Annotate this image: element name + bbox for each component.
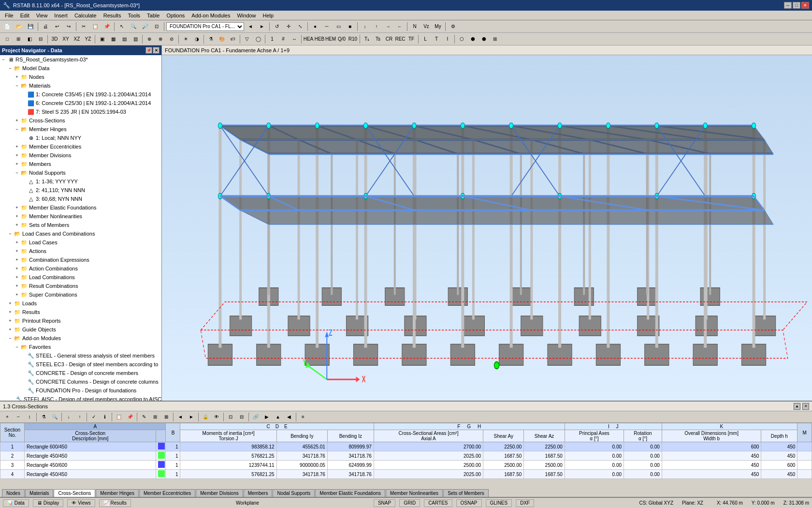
tree-item-loads[interactable]: +📁Loads: [0, 299, 161, 308]
tree-item-hinges[interactable]: −📂Member Hinges: [0, 125, 161, 134]
status-tab-results[interactable]: 📈 Results: [99, 499, 131, 507]
tb2-xz[interactable]: XZ: [72, 34, 82, 45]
tb2-view3[interactable]: ◧: [24, 34, 35, 45]
tb-scale[interactable]: ⤡: [295, 21, 305, 32]
tree-item-actioncomb[interactable]: +📁Action Combinations: [0, 264, 161, 273]
tree-toggle-combexpr[interactable]: +: [14, 256, 20, 263]
tb2-hinge[interactable]: ◯: [253, 34, 263, 45]
tb2-tf[interactable]: TF: [406, 34, 417, 45]
bottom-tab-sets-of-members[interactable]: Sets of Members: [443, 489, 489, 497]
tb2-more8[interactable]: ⬣: [478, 34, 489, 45]
bottom-tab-members[interactable]: Members: [244, 489, 273, 497]
tb-results3[interactable]: My: [433, 21, 443, 32]
bt-search[interactable]: 🔍: [49, 412, 60, 422]
tb-results1[interactable]: N: [409, 21, 420, 32]
table-row[interactable]: 1 Rectangle 600/450 1 983858.12 455625.0…: [0, 442, 812, 451]
tree-item-actions[interactable]: +📁Actions: [0, 247, 161, 255]
tree-item-supercomb[interactable]: +📁Super Combinations: [0, 290, 161, 299]
tb2-i[interactable]: I: [442, 34, 453, 45]
bt-prev-row[interactable]: ◄: [175, 412, 186, 422]
status-glines[interactable]: GLINES: [486, 499, 512, 507]
bottom-tab-member-nonlinearities[interactable]: Member Nonlinearities: [386, 489, 443, 497]
tb-new[interactable]: 📄: [2, 21, 13, 32]
tree-toggle-members[interactable]: +: [14, 161, 20, 167]
status-tab-views[interactable]: 👁 Views: [67, 499, 95, 507]
tb-results2[interactable]: Vz: [421, 21, 432, 32]
tb-redo[interactable]: ↪: [63, 21, 74, 32]
tree-item-model[interactable]: −📂Model Data: [0, 64, 161, 73]
tree-item-results[interactable]: +📁Results: [0, 308, 161, 316]
tree-item-addon[interactable]: −📂Add-on Modules: [0, 334, 161, 343]
tb2-more4[interactable]: Q/0: [336, 34, 347, 45]
table-row[interactable]: 4 Rectangle 450/450 1 576821.25 341718.7…: [0, 470, 812, 479]
tree-item-fav4[interactable]: 🔧CONCRETE Columns - Design of concrete c…: [0, 377, 161, 386]
tb-open[interactable]: 📂: [14, 21, 24, 32]
tb2-render1[interactable]: ▣: [97, 34, 107, 45]
bt-filter[interactable]: ⚗: [38, 412, 49, 422]
bottom-tab-member-hinges[interactable]: Member Hinges: [96, 489, 139, 497]
bt-edit1[interactable]: ✎: [139, 412, 149, 422]
tree-toggle-model[interactable]: −: [7, 65, 14, 72]
bt-arrow-up[interactable]: ▲: [273, 412, 283, 422]
menu-addon[interactable]: Add-on Modules: [188, 12, 233, 19]
tree-toggle-sets[interactable]: +: [14, 222, 20, 228]
tb-undo[interactable]: ↩: [52, 21, 62, 32]
tree-toggle-actioncomb[interactable]: +: [14, 265, 20, 272]
tb2-3d[interactable]: 3D: [49, 34, 60, 45]
tb2-light[interactable]: ☀: [180, 34, 191, 45]
tree-item-ns1[interactable]: △1: 1-36; YYY YYY: [0, 177, 161, 186]
tb2-label[interactable]: 🏷: [228, 34, 238, 45]
3d-view[interactable]: X Y Z: [162, 55, 812, 401]
tb2-render2[interactable]: ▦: [108, 34, 118, 45]
tb-zoom-in[interactable]: 🔍: [128, 21, 139, 32]
tree-item-mat6[interactable]: 🟦6: Concrete C25/30 | EN 1992-1-1:2004/A…: [0, 99, 161, 107]
bt-copy-table[interactable]: 📋: [114, 412, 124, 422]
tb-prev[interactable]: ◄: [245, 21, 256, 32]
tb2-dim[interactable]: ↔: [289, 34, 300, 45]
tb-copy[interactable]: 📋: [90, 21, 101, 32]
tree-item-mnl[interactable]: +📁Member Nonlinearities: [0, 212, 161, 221]
tb2-more9[interactable]: ⊞: [490, 34, 500, 45]
bt-next-row[interactable]: ►: [186, 412, 197, 422]
tb2-snap2[interactable]: ⊗: [155, 34, 166, 45]
panel-pin-btn[interactable]: 📌: [145, 47, 152, 54]
tree-item-hinge1[interactable]: ⊕1: Local; NNN NYY: [0, 134, 161, 142]
bt-new-row[interactable]: +: [2, 412, 13, 422]
tree-item-members[interactable]: +📁Members: [0, 160, 161, 168]
tb2-more1[interactable]: HEA: [303, 34, 314, 45]
maximize-btn[interactable]: □: [793, 2, 800, 9]
status-osnap[interactable]: OSNAP: [456, 499, 482, 507]
tb2-tl[interactable]: T₁: [362, 34, 372, 45]
tree-toggle-resultcomb[interactable]: +: [14, 283, 20, 289]
menu-calculate[interactable]: Calculate: [72, 12, 100, 19]
menu-help[interactable]: Help: [260, 12, 277, 19]
bt-detail[interactable]: ≡: [298, 412, 308, 422]
tree-container[interactable]: −🖥RS_Roost_Gesamtsystem-03*−📂Model Data+…: [0, 55, 161, 401]
tb2-numline[interactable]: 1: [267, 34, 277, 45]
tree-toggle-supercomb[interactable]: +: [14, 291, 20, 298]
bt-select-all[interactable]: ⊡: [225, 412, 236, 422]
tb2-t[interactable]: T: [431, 34, 442, 45]
tree-toggle-lcc[interactable]: −: [7, 230, 14, 237]
bt-check[interactable]: ✓: [88, 412, 99, 422]
tree-toggle-nodes[interactable]: +: [14, 74, 20, 80]
tree-toggle-cross[interactable]: +: [14, 117, 20, 124]
tb-zoom-out[interactable]: 🔎: [140, 21, 150, 32]
tb2-ts[interactable]: Ts: [373, 34, 383, 45]
tb2-snap1[interactable]: ⊕: [144, 34, 155, 45]
bottom-tab-member-elastic-foundations[interactable]: Member Elastic Foundations: [315, 489, 385, 497]
tree-item-guide[interactable]: +📁Guide Objects: [0, 325, 161, 334]
bt-paste-table[interactable]: 📌: [125, 412, 135, 422]
tree-item-ecc[interactable]: +📁Member Eccentricities: [0, 142, 161, 151]
tree-item-cross[interactable]: +📁Cross-Sections: [0, 116, 161, 125]
tree-item-ns3[interactable]: △3: 60,68; NYN NNN: [0, 194, 161, 203]
tree-item-nodal[interactable]: −📂Nodal Supports: [0, 168, 161, 177]
tree-item-lc[interactable]: +📁Load Cases: [0, 238, 161, 247]
bt-arrow-left[interactable]: ◀: [284, 412, 294, 422]
tb-node[interactable]: ●: [310, 21, 320, 32]
tb2-color[interactable]: 🎨: [217, 34, 227, 45]
bottom-tab-cross-sections[interactable]: Cross-Sections: [54, 489, 95, 497]
status-grid[interactable]: GRID: [399, 499, 420, 507]
tree-item-am1[interactable]: 🔧STEEL AISC - Design of steel members ac…: [0, 395, 161, 401]
tb-zoom-fit[interactable]: ⊡: [151, 21, 162, 32]
